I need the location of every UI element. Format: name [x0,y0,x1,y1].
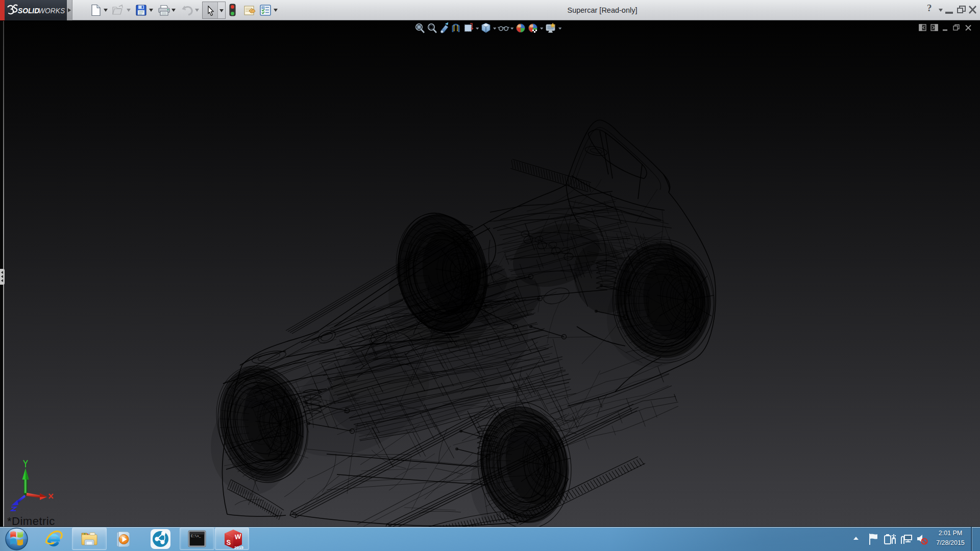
svg-text:C:\>_: C:\>_ [191,535,201,538]
svg-text:WORKS: WORKS [38,7,65,15]
svg-text:SOLID: SOLID [18,7,39,15]
svg-text:S: S [227,538,231,546]
svg-text:W: W [235,533,241,541]
svg-text:2015: 2015 [234,545,243,549]
